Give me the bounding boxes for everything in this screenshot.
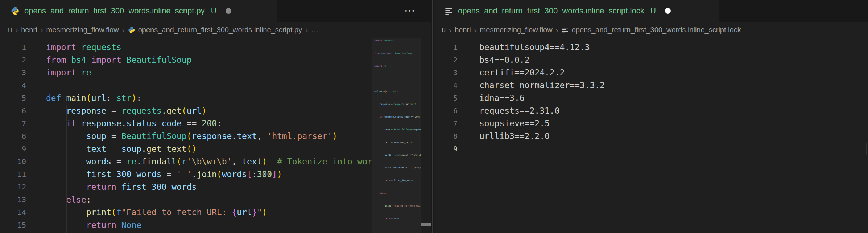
line-number: 13	[0, 193, 26, 206]
code-line: import requests	[374, 40, 421, 52]
line-number: 2	[0, 54, 26, 66]
breadcrumb-item[interactable]: u	[8, 26, 12, 34]
code-line: certifi==2024.2.2	[479, 66, 605, 79]
code-line	[46, 79, 383, 92]
line-number: 5	[0, 92, 26, 105]
breadcrumb-item[interactable]: mesmerizing_flow.flow	[46, 26, 119, 34]
code-line: return None	[374, 217, 421, 230]
breadcrumb-item[interactable]: …	[311, 26, 318, 34]
tabstrip-empty-left: ⋯	[277, 0, 431, 22]
line-number: 4	[0, 79, 26, 92]
line-number: 1	[0, 41, 26, 54]
line-number: 12	[0, 181, 26, 193]
list-icon	[562, 26, 569, 34]
code-line: if response.status_code == 200:	[46, 117, 383, 130]
breadcrumb-item[interactable]: u	[442, 26, 446, 34]
code-line: urllib3==2.2.0	[479, 130, 605, 143]
editor-actions-ellipsis-button[interactable]: ⋯	[404, 4, 416, 17]
line-number: 11	[0, 168, 26, 181]
code-line: if response.status_code == 200:	[374, 116, 421, 128]
code-line: response = requests.get(url)	[374, 103, 421, 116]
code-line	[479, 143, 605, 155]
editor-group-left: opens_and_return_first_300_words.inline_…	[0, 0, 431, 233]
line-number: 2	[434, 54, 458, 66]
line-number: 8	[434, 130, 458, 143]
code-line: import re	[374, 65, 421, 78]
line-number: 7	[0, 117, 26, 130]
breadcrumb-separator: ›	[122, 26, 125, 34]
line-number: 6	[0, 105, 26, 117]
line-number: 7	[434, 117, 458, 130]
tabbar-right: opens_and_return_first_300_words.inline_…	[434, 0, 868, 22]
line-number-gutter: 123456789	[434, 41, 458, 155]
breadcrumb-separator: ›	[305, 26, 308, 34]
code-line: return first_300_words	[46, 181, 383, 193]
code-line: return None	[46, 219, 383, 232]
code-line: text = soup.get_text()	[374, 141, 421, 154]
code-line: else:	[374, 192, 421, 205]
tabstrip-empty-right	[719, 0, 868, 22]
modified-dot-close-button[interactable]	[665, 8, 671, 14]
python-icon	[11, 7, 20, 15]
breadcrumb-item[interactable]: henri	[21, 26, 37, 34]
overview-cursor-marker	[421, 223, 431, 226]
code-line: idna==3.6	[479, 92, 605, 105]
line-number: 5	[434, 92, 458, 105]
line-number-gutter: 123456789101112131415	[0, 41, 26, 232]
sash-line	[432, 0, 433, 233]
code-line: beautifulsoup4==4.12.3	[479, 41, 605, 54]
code-line: print(f"Failed to fetch URL: {url}")	[374, 205, 421, 217]
tab-lock-file[interactable]: opens_and_return_first_300_words.inline_…	[434, 0, 719, 22]
code-line	[374, 78, 421, 90]
line-number: 3	[434, 66, 458, 79]
breadcrumb-separator: ›	[474, 26, 477, 34]
code-line: from bs4 import BeautifulSoup	[374, 52, 421, 65]
line-number: 8	[0, 130, 26, 143]
line-number: 15	[0, 219, 26, 232]
code-line: def main(url: str):	[374, 90, 421, 103]
breadcrumb: u›henri›mesmerizing_flow.flow› opens_and…	[0, 22, 431, 38]
breadcrumb-item[interactable]: opens_and_return_first_300_words.inline_…	[562, 26, 741, 34]
git-status-badge: U	[211, 7, 216, 15]
scrollbar-overview-ruler[interactable]	[421, 38, 431, 233]
code-line: from bs4 import BeautifulSoup	[46, 54, 383, 66]
breadcrumb-separator: ›	[449, 26, 451, 34]
code-line: charset-normalizer==3.3.2	[479, 79, 605, 92]
code-content[interactable]: import requestsfrom bs4 import Beautiful…	[46, 41, 383, 232]
code-line: text = soup.get_text()	[46, 143, 383, 155]
python-icon	[128, 26, 135, 34]
breadcrumb: u›henri›mesmerizing_flow.flow› opens_and…	[434, 22, 868, 38]
list-icon	[445, 7, 453, 15]
line-number: 10	[0, 155, 26, 168]
breadcrumb-item[interactable]: mesmerizing_flow.flow	[480, 26, 553, 34]
line-number: 14	[0, 206, 26, 219]
git-status-badge: U	[650, 7, 656, 15]
code-line: words = re.findall(r'\b\w+\b', text) # T…	[46, 155, 383, 168]
minimap[interactable]: import requestsfrom bs4 import Beautiful…	[372, 38, 421, 233]
code-line: soup = BeautifulSoup(response.text, 'htm…	[46, 130, 383, 143]
line-number: 6	[434, 105, 458, 117]
indent-guide	[66, 105, 67, 233]
modified-dot-close-button[interactable]	[226, 8, 231, 14]
tabbar-left: opens_and_return_first_300_words.inline_…	[0, 0, 431, 22]
code-editor-lock[interactable]: 123456789 beautifulsoup4==4.12.3bs4==0.0…	[434, 38, 868, 233]
code-line: else:	[46, 193, 383, 206]
line-number: 1	[434, 41, 458, 54]
breadcrumb-separator: ›	[15, 26, 18, 34]
code-line: import requests	[46, 41, 383, 54]
code-line: print(f"Failed to fetch URL: {url}")	[46, 206, 383, 219]
code-line: import re	[46, 66, 383, 79]
code-line: words = re.findall(r'\b\w+\b', text) # T…	[374, 154, 421, 167]
breadcrumb-separator: ›	[556, 26, 558, 34]
code-content[interactable]: beautifulsoup4==4.12.3bs4==0.0.2certifi=…	[479, 41, 605, 155]
code-line: soup = BeautifulSoup(response.text, 'htm…	[374, 128, 421, 141]
code-editor-python[interactable]: 123456789101112131415 import requestsfro…	[0, 38, 431, 233]
tab-python-file[interactable]: opens_and_return_first_300_words.inline_…	[0, 0, 277, 22]
breadcrumb-separator: ›	[41, 26, 43, 34]
code-line: return first_300_words	[374, 179, 421, 192]
line-number: 3	[0, 66, 26, 79]
breadcrumb-item[interactable]: henri	[455, 26, 471, 34]
editor-group-right: opens_and_return_first_300_words.inline_…	[434, 0, 868, 233]
editor-group-sash[interactable]	[431, 0, 434, 233]
breadcrumb-item[interactable]: opens_and_return_first_300_words.inline_…	[128, 26, 302, 34]
